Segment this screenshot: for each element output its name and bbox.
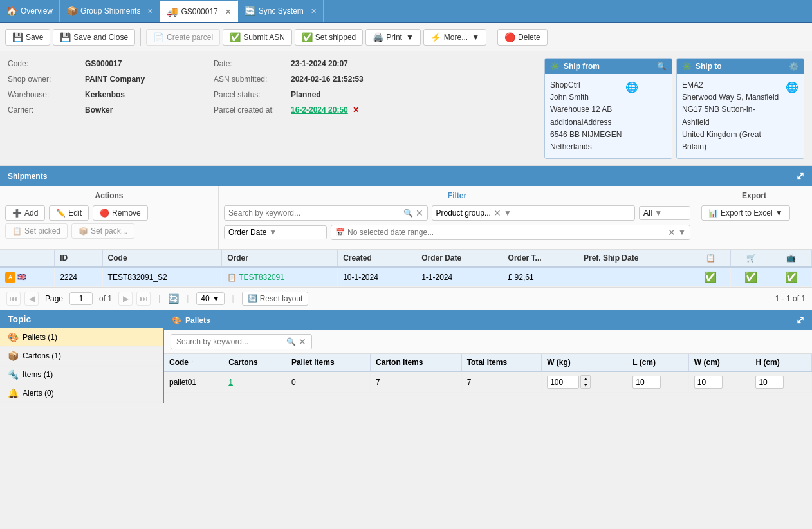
set-picked-button[interactable]: 📋 Set picked bbox=[5, 223, 68, 239]
tab-sync-system[interactable]: 🔄 Sync System ✕ bbox=[238, 0, 324, 22]
width-input[interactable] bbox=[694, 376, 723, 389]
carrier-value: Bowker bbox=[85, 104, 214, 116]
print-button[interactable]: 🖨️ Print ▼ bbox=[365, 29, 421, 46]
date-range-arrow-icon[interactable]: ▼ bbox=[678, 228, 686, 237]
all-filter[interactable]: All ▼ bbox=[639, 206, 690, 220]
product-group-clear-icon[interactable]: ✕ bbox=[494, 208, 501, 218]
topic-item-pallets[interactable]: 🎨 Pallets (1) bbox=[0, 328, 163, 347]
prev-page-button[interactable]: ◀ bbox=[24, 292, 39, 306]
date-range-input[interactable] bbox=[347, 228, 665, 237]
delete-button[interactable]: 🔴 Delete bbox=[497, 29, 548, 46]
edit-icon: ✏️ bbox=[56, 209, 66, 218]
actions-btns-row2: 📋 Set picked 📦 Set pack... bbox=[5, 223, 213, 239]
filter-row-1: 🔍 ✕ Product group... ✕ ▼ All ▼ bbox=[224, 205, 690, 221]
shipments-title: Shipments bbox=[8, 172, 47, 181]
length-input[interactable] bbox=[632, 376, 661, 389]
edit-shipment-button[interactable]: ✏️ Edit bbox=[49, 205, 89, 221]
pallets-table: Code ↑ Cartons Pallet Items Carton Items… bbox=[164, 354, 812, 393]
weight-down-button[interactable]: ▼ bbox=[581, 382, 590, 389]
pallet-col-pallet-items: Pallet Items bbox=[286, 354, 370, 371]
save-and-close-button[interactable]: 💾 Save and Close bbox=[53, 29, 135, 46]
height-input[interactable] bbox=[755, 376, 784, 389]
page-number-input[interactable] bbox=[69, 292, 93, 305]
ship-to-gear-icon[interactable]: ⚙️ bbox=[789, 62, 798, 71]
status3-cell: ✅ bbox=[771, 267, 811, 287]
pallet-cartons-link[interactable]: 1 bbox=[228, 378, 233, 387]
shipments-area: Shipments ⤢ Actions ➕ Add ✏️ Edit 🔴 Remo… bbox=[0, 166, 812, 310]
col-order-total: Order T... bbox=[503, 250, 578, 267]
pallets-search-input[interactable] bbox=[176, 337, 284, 346]
parcel-created-link[interactable]: 16-2-2024 20:50 bbox=[291, 106, 348, 115]
order-date-filter[interactable]: Order Date ▼ bbox=[224, 225, 327, 239]
tab-close-group-shipments[interactable]: ✕ bbox=[147, 7, 153, 15]
order-date-arrow-icon[interactable]: ▼ bbox=[269, 228, 277, 237]
keyword-clear-icon[interactable]: ✕ bbox=[416, 208, 423, 218]
pallet-carton-items-cell: 7 bbox=[371, 371, 462, 393]
tab-group-shipments[interactable]: 📦 Group Shipments ✕ bbox=[60, 0, 160, 22]
parcel-created-label: Parcel created at: bbox=[214, 104, 291, 116]
pallet-col-width: W (cm) bbox=[688, 354, 750, 371]
tab-close-sync-system[interactable]: ✕ bbox=[311, 7, 317, 15]
product-group-arrow-icon[interactable]: ▼ bbox=[504, 209, 512, 218]
refresh-button[interactable]: 🔄 bbox=[168, 293, 179, 304]
pallets-clear-icon[interactable]: ✕ bbox=[299, 337, 306, 347]
product-group-filter[interactable]: Product group... ✕ ▼ bbox=[432, 205, 636, 221]
add-shipment-button[interactable]: ➕ Add bbox=[5, 205, 45, 221]
pallet-col-length: L (cm) bbox=[627, 354, 689, 371]
next-page-button[interactable]: ▶ bbox=[118, 292, 133, 306]
weight-up-button[interactable]: ▲ bbox=[581, 376, 590, 382]
topic-item-items[interactable]: 🔩 Items (1) bbox=[0, 366, 163, 384]
ship-from-search-icon[interactable]: 🔍 bbox=[657, 62, 667, 71]
print-dropdown-arrow[interactable]: ▼ bbox=[406, 33, 414, 42]
ship-to-header: ✳️ Ship to ⚙️ bbox=[677, 59, 804, 74]
set-shipped-button[interactable]: ✅ Set shipped bbox=[295, 29, 363, 46]
pallets-search-bar: 🔍 ✕ bbox=[164, 330, 812, 354]
set-pack-button[interactable]: 📦 Set pack... bbox=[71, 223, 134, 239]
topic-item-cartons[interactable]: 📦 Cartons (1) bbox=[0, 347, 163, 366]
table-row[interactable]: A 🇬🇧 2224 TEST832091_S2 📋 TEST832091 10-… bbox=[0, 267, 812, 287]
pallets-expand-icon[interactable]: ⤢ bbox=[796, 314, 804, 326]
ship-to-asterisk-icon: ✳️ bbox=[682, 62, 692, 71]
ship-from-body: ShopCtrl John Smith Warehouse 12 AB addi… bbox=[545, 74, 672, 158]
warehouse-value: Kerkenbos bbox=[85, 89, 214, 100]
tab-close-gs000017[interactable]: ✕ bbox=[225, 8, 231, 16]
date-range-clear-icon[interactable]: ✕ bbox=[668, 227, 676, 237]
export-arrow-icon[interactable]: ▼ bbox=[775, 209, 783, 218]
save-button[interactable]: 💾 Save bbox=[5, 29, 50, 46]
toolbar-sep-1 bbox=[140, 28, 141, 46]
weight-input[interactable] bbox=[547, 376, 579, 389]
more-dropdown-arrow[interactable]: ▼ bbox=[472, 33, 479, 42]
reset-layout-button[interactable]: 🔄 Reset layout bbox=[242, 292, 309, 306]
actions-btns-row1: ➕ Add ✏️ Edit 🔴 Remove bbox=[5, 205, 213, 221]
order-link[interactable]: TEST832091 bbox=[239, 273, 284, 282]
last-page-button[interactable]: ⏭ bbox=[136, 292, 151, 306]
all-filter-arrow-icon[interactable]: ▼ bbox=[654, 209, 662, 218]
alerts-icon: 🔔 bbox=[8, 388, 19, 398]
shipments-expand-icon[interactable]: ⤢ bbox=[796, 170, 804, 182]
first-page-button[interactable]: ⏮ bbox=[6, 292, 21, 306]
col-id-num: ID bbox=[55, 250, 102, 267]
tab-overview[interactable]: 🏠 Overview bbox=[0, 0, 60, 22]
pallet-row[interactable]: pallet01 1 0 7 7 ▲ ▼ bbox=[164, 371, 812, 393]
per-page-select[interactable]: 40 ▼ bbox=[196, 292, 224, 305]
create-parcel-button[interactable]: 📄 Create parcel bbox=[146, 29, 220, 46]
tab-gs000017[interactable]: 🚚 GS000017 ✕ bbox=[160, 0, 237, 22]
more-button[interactable]: ⚡ More... ▼ bbox=[423, 29, 486, 46]
ship-to-address: EMA2 Sherwood Way S, Mansfield NG17 5NB … bbox=[682, 79, 782, 153]
submit-asn-button[interactable]: ✅ Submit ASN bbox=[223, 29, 292, 46]
package-icon: 📦 bbox=[66, 6, 77, 16]
pref-ship-date-cell bbox=[578, 267, 690, 287]
keyword-search-input[interactable] bbox=[228, 209, 401, 218]
ship-to-globe-icon: 🌐 bbox=[786, 79, 798, 153]
topic-item-alerts[interactable]: 🔔 Alerts (0) bbox=[0, 384, 163, 403]
col-order: Order bbox=[222, 250, 338, 267]
per-page-arrow-icon[interactable]: ▼ bbox=[212, 294, 220, 303]
status2-cell: ✅ bbox=[731, 267, 771, 287]
filter-title: Filter bbox=[224, 191, 690, 200]
export-excel-button[interactable]: 📊 Export to Excel ▼ bbox=[701, 205, 790, 221]
shipped-icon: ✅ bbox=[302, 32, 313, 42]
ship-from-panel: ✳️ Ship from 🔍 ShopCtrl John Smith Wareh… bbox=[544, 58, 672, 159]
remove-shipment-button[interactable]: 🔴 Remove bbox=[93, 205, 148, 221]
order-date-cell: 1-1-2024 bbox=[416, 267, 503, 287]
asn-label: ASN submitted: bbox=[214, 73, 291, 85]
